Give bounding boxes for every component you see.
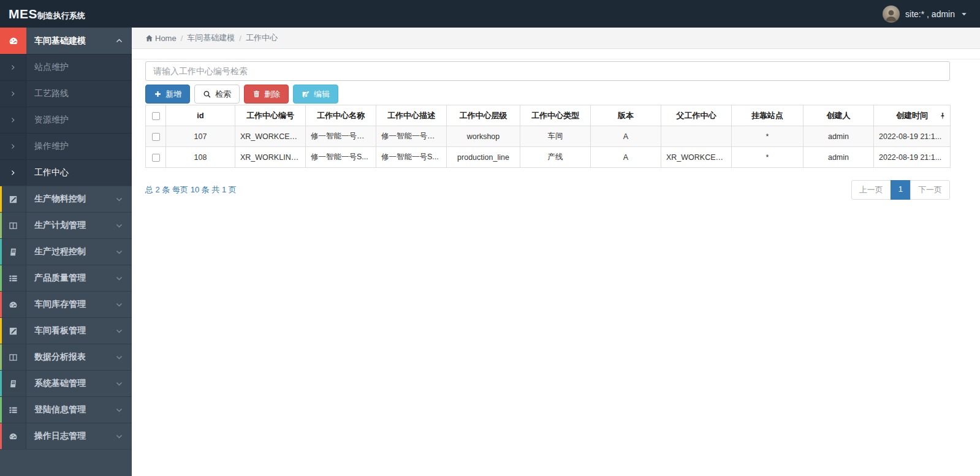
chevron-down-icon: [115, 433, 123, 440]
group-icon-cell: [0, 397, 26, 423]
sidebar-group-plan-management[interactable]: 生产计划管理: [0, 212, 132, 238]
sidebar-group-label: 车间看板管理: [26, 318, 115, 344]
column-header-code: 工作中心编号: [235, 105, 306, 126]
table-row[interactable]: 108 XR_WORKLINE... 修一智能一号S... 修一智能一号S...…: [146, 147, 951, 168]
top-navbar: MES 制造执行系统 site:* , admin: [0, 0, 980, 28]
pin-icon[interactable]: [939, 112, 946, 119]
table-row[interactable]: 107 XR_WORKCEN... 修一智能一号车间 修一智能一号车间 work…: [146, 126, 951, 147]
sidebar-item-label: 操作维护: [26, 134, 132, 159]
cell-version: A: [591, 126, 661, 147]
item-icon-cell: [0, 134, 26, 159]
column-header-name: 工作中心名称: [306, 105, 376, 126]
sidebar-group-system-base-management[interactable]: 系统基础管理: [0, 370, 132, 396]
row-select-cell: [146, 126, 166, 147]
sidebar-group-material-control[interactable]: 生产物料控制: [0, 186, 132, 212]
sidebar-group-inventory-management[interactable]: 车间库存管理: [0, 291, 132, 317]
cell-parent: [661, 126, 732, 147]
breadcrumb-separator: /: [239, 34, 241, 43]
cell-desc: 修一智能一号S...: [376, 147, 447, 168]
gauge-icon: [9, 300, 18, 309]
sidebar-group-label: 产品质量管理: [26, 265, 115, 291]
column-header-level: 工作中心层级: [447, 105, 520, 126]
search-button[interactable]: 检索: [194, 85, 240, 104]
toolbar: 新增 检索 删除 编辑: [145, 85, 950, 104]
chevron-down-icon: [115, 301, 123, 309]
chevron-down-icon: [115, 195, 123, 203]
sidebar-group-process-control[interactable]: 生产过程控制: [0, 238, 132, 265]
cell-version: A: [591, 147, 661, 168]
item-icon-cell: [0, 160, 26, 186]
cell-name: 修一智能一号S...: [306, 147, 376, 168]
sidebar-item-process-route[interactable]: 工艺路线: [0, 80, 132, 107]
accent-strip: [0, 186, 2, 212]
cell-level: production_line: [447, 147, 520, 168]
caret-down-icon: [960, 10, 968, 18]
chevron-right-icon: [10, 64, 16, 70]
search-button-label: 检索: [215, 89, 231, 100]
sidebar-group-label: 车间基础建模: [26, 28, 115, 54]
group-icon-cell: [0, 265, 26, 291]
group-icon-cell: [0, 186, 26, 212]
sidebar-group-login-info-management[interactable]: 登陆信息管理: [0, 396, 132, 423]
breadcrumb-current: 工作中心: [246, 32, 278, 43]
sidebar-item-work-center[interactable]: 工作中心: [0, 159, 132, 186]
row-checkbox[interactable]: [152, 154, 160, 162]
chevron-down-icon: [115, 222, 123, 230]
breadcrumb-home-label: Home: [155, 34, 177, 43]
column-header-created-time: 创建时间: [874, 105, 951, 126]
pagination-summary: 总 2 条 每页 10 条 共 1 页: [145, 184, 237, 195]
sidebar-item-resource-maintenance[interactable]: 资源维护: [0, 107, 132, 133]
breadcrumb-home[interactable]: Home: [145, 34, 177, 43]
cell-id: 107: [166, 126, 235, 147]
cell-id: 108: [166, 147, 235, 168]
select-all-checkbox[interactable]: [152, 112, 160, 120]
accent-strip: [0, 397, 2, 423]
breadcrumb-item[interactable]: 车间基础建模: [187, 32, 235, 43]
user-menu[interactable]: site:* , admin: [883, 6, 980, 23]
group-icon-cell: [0, 292, 26, 317]
sidebar-group-label: 登陆信息管理: [26, 397, 115, 423]
cell-creator: admin: [803, 147, 874, 168]
chevron-down-icon: [115, 353, 123, 361]
cell-code: XR_WORKCEN...: [235, 126, 306, 147]
pagination: 上一页 1 下一页: [851, 180, 950, 200]
trash-icon: [253, 90, 260, 98]
cell-code: XR_WORKLINE...: [235, 147, 306, 168]
group-icon-cell: [0, 371, 26, 396]
column-header-desc: 工作中心描述: [376, 105, 447, 126]
edit-button[interactable]: 编辑: [293, 85, 338, 104]
sidebar-group-quality-management[interactable]: 产品质量管理: [0, 265, 132, 291]
select-all-cell: [146, 105, 166, 126]
sidebar-item-operation-maintenance[interactable]: 操作维护: [0, 133, 132, 159]
group-icon-cell: [0, 239, 26, 265]
sidebar-group-workshop-base-modeling[interactable]: 车间基础建模: [0, 28, 132, 54]
sidebar-item-label: 资源维护: [26, 107, 132, 133]
prev-page-button[interactable]: 上一页: [851, 180, 891, 200]
sidebar-group-kanban-management[interactable]: 车间看板管理: [0, 317, 132, 344]
chevron-right-icon: [10, 170, 16, 176]
gauge-icon: [9, 432, 18, 441]
sidebar-filler: [0, 449, 132, 476]
sidebar-group-operation-log-management[interactable]: 操作日志管理: [0, 423, 132, 449]
row-checkbox[interactable]: [152, 133, 160, 141]
next-page-button[interactable]: 下一页: [910, 180, 950, 200]
sidebar-item-site-maintenance[interactable]: 站点维护: [0, 54, 132, 80]
group-icon-cell: [0, 344, 26, 370]
group-icon-cell: [0, 318, 26, 344]
column-header-creator: 创建人: [803, 105, 874, 126]
sidebar-group-label: 生产计划管理: [26, 213, 115, 238]
group-icon-cell: [0, 213, 26, 238]
column-header-version: 版本: [591, 105, 661, 126]
sidebar-group-label: 车间库存管理: [26, 292, 115, 317]
sidebar-group-data-analysis-report[interactable]: 数据分析报表: [0, 344, 132, 370]
sidebar-group-label: 系统基础管理: [26, 371, 115, 396]
page-1-button[interactable]: 1: [891, 180, 911, 200]
search-input[interactable]: [145, 61, 950, 81]
add-button[interactable]: 新增: [145, 85, 190, 104]
edit-button-label: 编辑: [314, 89, 330, 100]
delete-button[interactable]: 删除: [244, 85, 289, 104]
item-icon-cell: [0, 55, 26, 80]
sidebar-group-label: 生产物料控制: [26, 186, 115, 212]
cell-desc: 修一智能一号车间: [376, 126, 447, 147]
accent-strip: [0, 265, 2, 291]
